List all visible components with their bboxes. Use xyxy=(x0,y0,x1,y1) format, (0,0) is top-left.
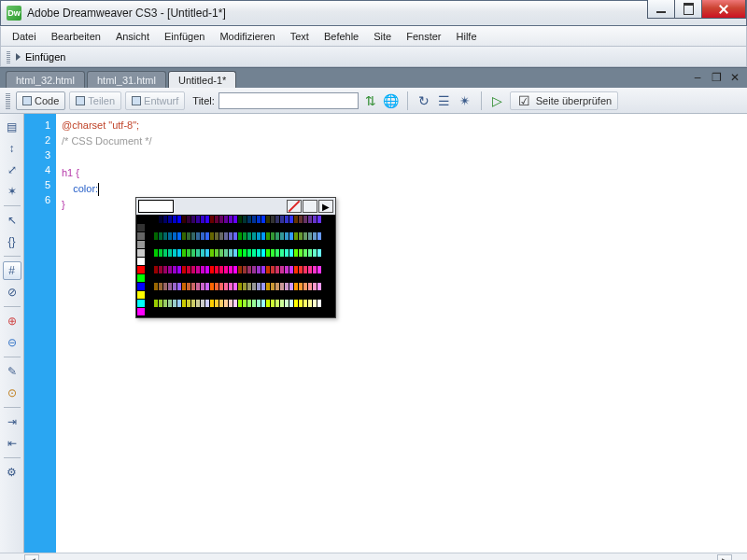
color-swatch[interactable] xyxy=(146,224,154,232)
grip-icon xyxy=(7,50,10,63)
color-swatch[interactable] xyxy=(317,283,322,291)
color-swatch[interactable] xyxy=(137,283,146,291)
outdent-icon[interactable]: ⇤ xyxy=(3,434,21,453)
color-swatch[interactable] xyxy=(146,241,154,249)
open-docs-icon[interactable]: ▤ xyxy=(3,118,21,136)
horizontal-scrollbar[interactable]: ◀ ▶ xyxy=(0,553,747,560)
menu-window[interactable]: Fenster xyxy=(399,28,448,45)
color-swatch[interactable] xyxy=(146,266,154,274)
color-swatch[interactable] xyxy=(137,224,146,232)
check-page-icon: ☑ xyxy=(516,92,533,109)
color-swatch[interactable] xyxy=(146,249,154,258)
expand-all-icon[interactable]: ⤢ xyxy=(3,161,21,179)
select-parent-icon[interactable]: ✶ xyxy=(3,182,21,201)
menu-help[interactable]: Hilfe xyxy=(449,28,485,45)
menu-site[interactable]: Site xyxy=(366,28,399,45)
apply-comment-icon[interactable]: ⊕ xyxy=(3,312,21,330)
color-picker-popup: ▶ xyxy=(135,197,336,318)
maximize-button[interactable] xyxy=(674,0,702,19)
tab-html31[interactable]: html_31.html xyxy=(87,71,166,88)
color-swatch[interactable] xyxy=(137,291,146,300)
document-tabs: html_32.html html_31.html Untitled-1* – … xyxy=(0,67,747,88)
doc-minimize-icon[interactable]: – xyxy=(691,71,704,84)
window-title: Adobe Dreamweaver CS3 - [Untitled-1*] xyxy=(27,7,648,20)
view-split-button[interactable]: Teilen xyxy=(69,91,121,110)
doc-restore-icon[interactable]: ❐ xyxy=(710,71,723,84)
color-preview-swatch xyxy=(138,200,174,213)
title-label: Titel: xyxy=(192,95,214,106)
title-bar: Dw Adobe Dreamweaver CS3 - [Untitled-1*] xyxy=(0,0,747,26)
color-swatch[interactable] xyxy=(146,300,154,308)
file-manage-icon[interactable]: ☰ xyxy=(436,92,453,109)
color-swatch[interactable] xyxy=(137,258,146,266)
braces-icon[interactable]: {} xyxy=(3,232,21,251)
code-content[interactable]: @charset "utf-8"; /* CSS Document */ h1 … xyxy=(56,114,747,553)
color-grid[interactable] xyxy=(136,215,335,317)
insert-bar-label: Einfügen xyxy=(25,51,65,63)
indent-icon[interactable]: ⇥ xyxy=(3,413,21,431)
collapse-full-icon[interactable]: ↕ xyxy=(3,139,21,158)
menu-insert[interactable]: Einfügen xyxy=(157,28,212,45)
code-toolbar: ▤ ↕ ⤢ ✶ ↖ {} # ⊘ ⊕ ⊖ ✎ ⊙ ⇥ ⇤ ⚙ xyxy=(0,114,24,553)
format-source-icon[interactable]: ⚙ xyxy=(3,463,21,482)
app-icon: Dw xyxy=(7,6,21,21)
color-swatch[interactable] xyxy=(137,274,146,283)
minimize-button[interactable] xyxy=(647,0,675,19)
menu-edit[interactable]: Bearbeiten xyxy=(44,28,108,45)
document-toolbar: Code Teilen Entwurf Titel: ⇅ 🌐 ↻ ☰ ✴ ▷ ☑… xyxy=(0,88,747,114)
menu-modify[interactable]: Modifizieren xyxy=(212,28,282,45)
color-swatch[interactable] xyxy=(137,300,146,308)
wrap-tag-icon[interactable]: ✎ xyxy=(3,362,21,381)
menu-file[interactable]: Datei xyxy=(5,28,44,45)
line-number-gutter: 123 456 xyxy=(24,114,56,553)
color-swatch[interactable] xyxy=(146,274,154,283)
tab-untitled[interactable]: Untitled-1* xyxy=(168,71,236,88)
tab-html32[interactable]: html_32.html xyxy=(6,71,85,88)
menu-view[interactable]: Ansicht xyxy=(108,28,157,45)
highlight-invalid-icon[interactable]: ⊘ xyxy=(3,283,21,301)
menu-bar: Datei Bearbeiten Ansicht Einfügen Modifi… xyxy=(0,26,747,47)
globe-icon[interactable]: 🌐 xyxy=(383,92,400,109)
color-swatch[interactable] xyxy=(137,308,146,316)
remove-comment-icon[interactable]: ⊖ xyxy=(3,333,21,352)
recent-snippets-icon[interactable]: ⊙ xyxy=(3,384,21,402)
color-swatch[interactable] xyxy=(137,249,146,258)
title-input[interactable] xyxy=(218,92,359,109)
color-swatch[interactable] xyxy=(317,249,322,258)
system-color-icon[interactable] xyxy=(303,200,317,213)
refresh-icon[interactable]: ↻ xyxy=(416,92,432,109)
scroll-left-icon[interactable]: ◀ xyxy=(24,554,39,560)
insert-bar[interactable]: Einfügen xyxy=(0,47,747,67)
color-swatch[interactable] xyxy=(137,241,146,249)
color-swatch[interactable] xyxy=(317,266,322,274)
preview-icon[interactable]: ▷ xyxy=(489,92,506,109)
close-button[interactable] xyxy=(701,0,746,19)
spellcheck-icon[interactable]: ⇅ xyxy=(362,92,379,109)
check-page-button[interactable]: ☑Seite überprüfen xyxy=(510,91,618,110)
view-design-button[interactable]: Entwurf xyxy=(125,91,185,110)
no-color-icon[interactable] xyxy=(287,200,302,213)
color-swatch[interactable] xyxy=(146,232,154,241)
color-swatch[interactable] xyxy=(317,300,322,308)
balance-braces-icon[interactable]: ↖ xyxy=(3,211,21,230)
menu-text[interactable]: Text xyxy=(283,28,317,45)
line-numbers-icon[interactable]: # xyxy=(3,261,21,280)
color-swatch[interactable] xyxy=(137,216,146,224)
view-options-icon[interactable]: ✴ xyxy=(457,92,473,109)
color-swatch[interactable] xyxy=(146,291,154,300)
picker-menu-icon[interactable]: ▶ xyxy=(318,200,333,213)
color-swatch[interactable] xyxy=(146,308,154,316)
color-swatch[interactable] xyxy=(317,232,322,241)
scroll-right-icon[interactable]: ▶ xyxy=(717,554,732,560)
color-swatch[interactable] xyxy=(137,232,146,241)
color-swatch[interactable] xyxy=(137,266,146,274)
color-swatch[interactable] xyxy=(146,283,154,291)
color-swatch[interactable] xyxy=(146,216,154,224)
code-editor[interactable]: 123 456 @charset "utf-8"; /* CSS Documen… xyxy=(24,114,747,553)
view-code-button[interactable]: Code xyxy=(16,91,65,110)
doc-close-icon[interactable]: ✕ xyxy=(728,71,741,84)
disclosure-arrow-icon[interactable] xyxy=(16,53,21,61)
color-swatch[interactable] xyxy=(317,216,322,224)
menu-commands[interactable]: Befehle xyxy=(317,28,366,45)
color-swatch[interactable] xyxy=(146,258,154,266)
